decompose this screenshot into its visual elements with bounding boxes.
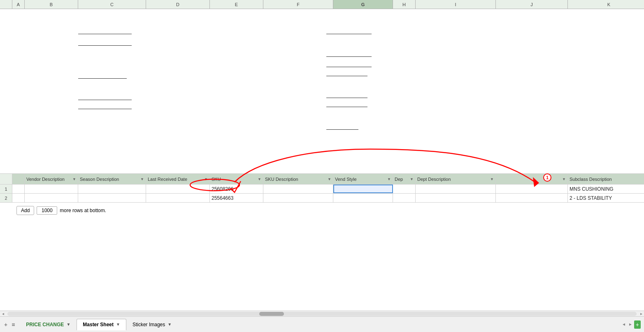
filter-icon-f[interactable]: ▼ [328, 177, 331, 181]
tab-master-sheet[interactable]: Master Sheet ▼ [77, 319, 126, 330]
add-sheet-icon[interactable]: + [3, 320, 8, 329]
cell-2-g[interactable] [333, 194, 393, 202]
data-line-c4 [78, 100, 132, 100]
filter-icon-e[interactable]: ▼ [258, 177, 261, 181]
cell-1-b[interactable] [25, 185, 78, 193]
filter-icon-g[interactable]: ▼ [387, 177, 391, 181]
cell-2-f[interactable] [263, 194, 333, 202]
data-line-g2 [326, 56, 372, 57]
data-line-g6 [326, 107, 367, 107]
table-wrapper: Vendor Description ▼ Season Description … [0, 9, 644, 311]
col-header-rownum [0, 0, 12, 9]
header-cell-dep[interactable]: Dep ▼ [393, 174, 416, 184]
cell-2-d[interactable] [146, 194, 210, 202]
rows-container: Vendor Description ▼ Season Description … [0, 9, 644, 311]
tab-scroll-left[interactable]: ◂ [621, 320, 627, 329]
cell-1-k[interactable]: MNS CUSHIONING [568, 185, 644, 193]
tab-icons: + ≡ [3, 320, 16, 329]
cell-1-c[interactable] [78, 185, 146, 193]
row-num-1: 1 [0, 185, 12, 193]
scrollbar-track[interactable] [7, 312, 637, 316]
col-header-j: J [496, 0, 568, 9]
col-header-e: E [210, 0, 263, 9]
row-count-input[interactable] [37, 206, 57, 215]
column-headers: A B C D E F G H I J K [0, 0, 644, 9]
header-cell-vend-style[interactable]: Vend Style ▼ [333, 174, 393, 184]
cell-2-h[interactable] [393, 194, 416, 202]
tab-sticker-images[interactable]: Sticker Images ▼ [126, 319, 178, 330]
header-row-num [0, 174, 12, 184]
row-num-2: 2 [0, 194, 12, 202]
data-line-c2 [78, 45, 132, 46]
data-line-c3 [78, 78, 127, 79]
header-cell-sku[interactable]: SKU ▼ [210, 174, 263, 184]
data-line-g4 [326, 76, 367, 76]
data-line-g7 [326, 129, 358, 130]
table-row: 2 25564663 2 - LDS STABILITY [0, 194, 644, 203]
filter-icon-c[interactable]: ▼ [140, 177, 144, 181]
header-cell-season-desc[interactable]: Season Description ▼ [78, 174, 146, 184]
col-header-i: I [416, 0, 496, 9]
cell-2-j[interactable] [496, 194, 568, 202]
header-cell-vendor-desc[interactable]: Vendor Description ▼ [25, 174, 78, 184]
cell-1-j[interactable] [496, 185, 568, 193]
filter-icon-b[interactable]: ▼ [72, 177, 76, 181]
col-header-a: A [12, 0, 25, 9]
tab-price-change-dropdown[interactable]: ▼ [66, 322, 70, 327]
col-header-f: F [263, 0, 333, 9]
filter-icon-d[interactable]: ▼ [204, 177, 208, 181]
scroll-right-btn[interactable]: ▸ [638, 311, 644, 316]
filter-icon-j[interactable]: ▼ [562, 177, 566, 181]
header-cell-last-received[interactable]: Last Received Date ▼ [146, 174, 210, 184]
cell-1-e[interactable]: 25608266 [210, 185, 263, 193]
cell-1-i[interactable] [416, 185, 496, 193]
add-sheet-button[interactable]: + [634, 320, 641, 329]
tab-scroll-buttons: ◂ ▸ + [621, 320, 641, 329]
spreadsheet: A B C D E F G H I J K [0, 0, 644, 332]
header-cell-j[interactable]: ▼ [496, 174, 568, 184]
add-row-area: Add more rows at bottom. [0, 203, 644, 218]
add-rows-button[interactable]: Add [16, 206, 34, 215]
col-header-c: C [78, 0, 146, 9]
cell-2-i[interactable] [416, 194, 496, 202]
col-header-k: K [568, 0, 644, 9]
add-rows-label: more rows at bottom. [60, 208, 106, 213]
scrollbar-thumb[interactable] [259, 312, 284, 316]
cell-1-a[interactable] [12, 185, 25, 193]
sheet-menu-icon[interactable]: ≡ [11, 320, 16, 329]
cell-2-c[interactable] [78, 194, 146, 202]
cell-2-a[interactable] [12, 194, 25, 202]
col-header-d: D [146, 0, 210, 9]
header-cell-dept-desc[interactable]: Dept Description ▼ [416, 174, 496, 184]
tab-price-change[interactable]: PRICE CHANGE ▼ [20, 319, 77, 330]
col-header-b: B [25, 0, 78, 9]
filter-icon-h[interactable]: ▼ [410, 177, 414, 181]
header-cell-subclass-desc[interactable]: Subclass Description ▼ [568, 174, 644, 184]
data-line-g3 [326, 67, 372, 67]
cell-2-e[interactable]: 25564663 [210, 194, 263, 202]
data-line-g5 [326, 98, 367, 98]
data-line-c1 [78, 34, 132, 34]
cell-1-g[interactable] [333, 185, 393, 193]
table-row: 1 25608266 MNS CUSHIONING [0, 185, 644, 194]
tab-master-sheet-dropdown[interactable]: ▼ [116, 322, 120, 327]
upper-content-area [0, 9, 644, 174]
horizontal-scrollbar[interactable]: ◂ ▸ [0, 311, 644, 316]
scroll-left-btn[interactable]: ◂ [0, 311, 6, 316]
header-cell-sku-desc[interactable]: SKU Description ▼ [263, 174, 333, 184]
cell-1-f[interactable] [263, 185, 333, 193]
header-cell-a [12, 174, 25, 184]
data-line-c5 [78, 109, 132, 109]
table-header-row: Vendor Description ▼ Season Description … [0, 174, 644, 185]
data-line-g1 [326, 34, 372, 34]
cell-2-k[interactable]: 2 - LDS STABILITY [568, 194, 644, 202]
cell-2-b[interactable] [25, 194, 78, 202]
col-header-g: G [333, 0, 393, 9]
cell-1-d[interactable] [146, 185, 210, 193]
filter-icon-i[interactable]: ▼ [490, 177, 494, 181]
tab-scroll-right[interactable]: ▸ [628, 320, 633, 329]
col-header-h: H [393, 0, 416, 9]
tab-sticker-images-dropdown[interactable]: ▼ [167, 322, 172, 327]
tabs-bar: + ≡ PRICE CHANGE ▼ Master Sheet ▼ Sticke… [0, 316, 644, 332]
cell-1-h[interactable] [393, 185, 416, 193]
